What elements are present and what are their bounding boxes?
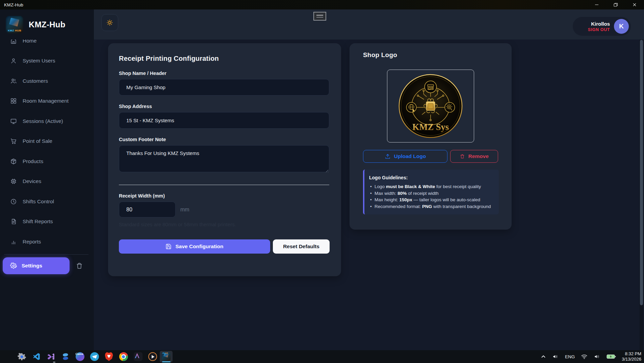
window-controls (587, 0, 644, 9)
monitor-icon (10, 118, 17, 125)
window-titlebar: KMZ-Hub (0, 0, 644, 9)
taskbar-vscode-app[interactable] (29, 350, 44, 363)
windows-start-icon (4, 353, 11, 360)
close-button[interactable] (625, 0, 644, 9)
brand-title: KMZ-Hub (29, 20, 66, 29)
save-icon (165, 243, 172, 250)
sidebar-item-products[interactable]: Products (0, 154, 94, 169)
sidebar-item-shifts-control[interactable]: Shifts Control (0, 194, 94, 209)
chrome-icon (119, 352, 128, 361)
minimize-button[interactable] (587, 0, 606, 9)
battery-indicator[interactable] (603, 350, 619, 363)
cart-icon (10, 138, 17, 145)
scrollbar-thumb[interactable] (640, 40, 643, 305)
document-icon (10, 218, 17, 225)
blue-spiral-icon (61, 352, 70, 361)
shop-address-input[interactable] (119, 112, 329, 129)
window-title: KMZ-Hub (4, 2, 23, 7)
tray-time: 8:32 PM (625, 351, 641, 357)
trash-icon (76, 262, 83, 270)
reset-defaults-button[interactable]: Reset Defaults (273, 239, 330, 254)
guideline-item: Max width: 80% of receipt width (369, 190, 493, 197)
brave-icon (105, 352, 113, 361)
users-icon (10, 78, 17, 84)
taskbar-media-player-app[interactable] (145, 350, 160, 363)
play-icon (148, 352, 157, 361)
bar-chart-icon (10, 238, 17, 245)
taskbar-settings-app[interactable] (15, 350, 29, 363)
sidebar-item-settings[interactable]: Settings (3, 257, 70, 274)
tray-date: 3/13/2026 (622, 357, 641, 362)
sidebar-item-room-management[interactable]: Room Management (0, 94, 94, 108)
theme-toggle-button[interactable] (101, 14, 118, 31)
shop-logo-card: Shop Logo (350, 43, 512, 230)
taskbar-kmz-hub-app[interactable]: KMZ HUB (160, 351, 173, 362)
sidebar-item-devices[interactable]: Devices (0, 174, 94, 189)
footer-note-field: Custom Footer Note Thanks For Using KMZ … (119, 137, 330, 174)
user-name: Kirollos (591, 21, 610, 27)
width-hint: Standard sizes are 80mm or 58mm thermal … (119, 222, 330, 227)
taskbar-a-app[interactable] (131, 350, 145, 363)
restore-button[interactable] (606, 0, 625, 9)
taskbar-visual-studio-app[interactable] (44, 350, 58, 363)
language-indicator[interactable]: ENG (562, 350, 578, 363)
sidebar-item-reports[interactable]: Reports (0, 234, 94, 249)
shop-name-field: Shop Name / Header (119, 71, 330, 96)
taskbar-telegram-app[interactable] (87, 350, 102, 363)
tray-media-volume[interactable] (549, 350, 562, 363)
taskbar-blue-app[interactable] (58, 350, 73, 363)
chevron-up-icon (541, 354, 546, 359)
app-window: KMZ-Hub KMZ HUB KMZ-Hub (0, 0, 644, 363)
clock[interactable]: 8:32 PM 3/13/2026 (619, 351, 641, 362)
guideline-item: Logo must be Black & White for best rece… (369, 183, 493, 190)
sidebar-divider (4, 254, 88, 255)
shop-address-label: Shop Address (119, 104, 330, 109)
chip-icon (10, 178, 17, 185)
guidelines-title: Logo Guidelines: (369, 175, 493, 180)
wifi-indicator[interactable] (578, 350, 591, 363)
sign-out-button[interactable]: SIGN OUT (588, 27, 610, 32)
start-button[interactable] (0, 350, 15, 363)
shop-name-input[interactable] (119, 79, 329, 96)
sidebar-trash-button[interactable] (76, 262, 83, 270)
tray-chevron-button[interactable] (538, 350, 549, 363)
taskbar-chrome-app[interactable] (116, 350, 131, 363)
snap-layout-indicator[interactable] (313, 12, 326, 21)
sidebar-item-system-users[interactable]: System Users (0, 53, 94, 68)
footer-note-textarea[interactable]: Thanks For Using KMZ Systems (119, 145, 329, 172)
sidebar-item-point-of-sale[interactable]: Point of Sale (0, 134, 94, 149)
logo-guidelines: Logo Guidelines: Logo must be Black & Wh… (363, 170, 499, 214)
kmz-hub-icon: KMZ HUB (162, 352, 171, 361)
close-icon (632, 2, 637, 7)
sidebar-item-shift-reports[interactable]: Shift Reports (0, 214, 94, 229)
volume-indicator[interactable] (591, 350, 603, 363)
sidebar-item-customers[interactable]: Customers (0, 74, 94, 88)
upload-logo-button[interactable]: Upload Logo (363, 150, 447, 163)
logo-text: KMZ Sys (412, 122, 449, 132)
scrollbar-track[interactable] (640, 40, 643, 350)
guidelines-list: Logo must be Black & White for best rece… (369, 183, 493, 210)
minimize-icon (594, 2, 599, 7)
gear-icon (10, 262, 17, 269)
remove-logo-button[interactable]: Remove (450, 150, 498, 163)
avatar[interactable]: K (614, 19, 629, 34)
shop-logo-title: Shop Logo (363, 51, 498, 59)
sun-icon (106, 19, 113, 26)
taskbar-canva-app[interactable]: Canva (73, 350, 87, 363)
sidebar-item-sessions[interactable]: Sessions (Active) (0, 114, 94, 129)
receipt-width-label: Receipt Width (mm) (119, 193, 330, 199)
receipt-width-input[interactable] (119, 202, 176, 217)
app-logo: KMZ HUB (6, 16, 23, 33)
taskbar-brave-app[interactable] (102, 350, 116, 363)
clock-icon (10, 198, 17, 205)
a-letter-icon (134, 352, 143, 361)
canva-icon: Canva (76, 352, 84, 361)
app-logo-graphic (9, 18, 19, 27)
receipt-card-title: Receipt Printing Configuration (119, 55, 330, 62)
user-menu[interactable]: Kirollos SIGN OUT K (573, 17, 631, 36)
main-content: Receipt Printing Configuration Shop Name… (94, 40, 644, 350)
save-configuration-button[interactable]: Save Configuration (119, 239, 270, 254)
guideline-item: Max height: 150px — taller logos will be… (369, 197, 493, 203)
speaker-icon (552, 354, 559, 360)
receipt-width-field: Receipt Width (mm) mm Standard sizes are… (119, 193, 330, 227)
